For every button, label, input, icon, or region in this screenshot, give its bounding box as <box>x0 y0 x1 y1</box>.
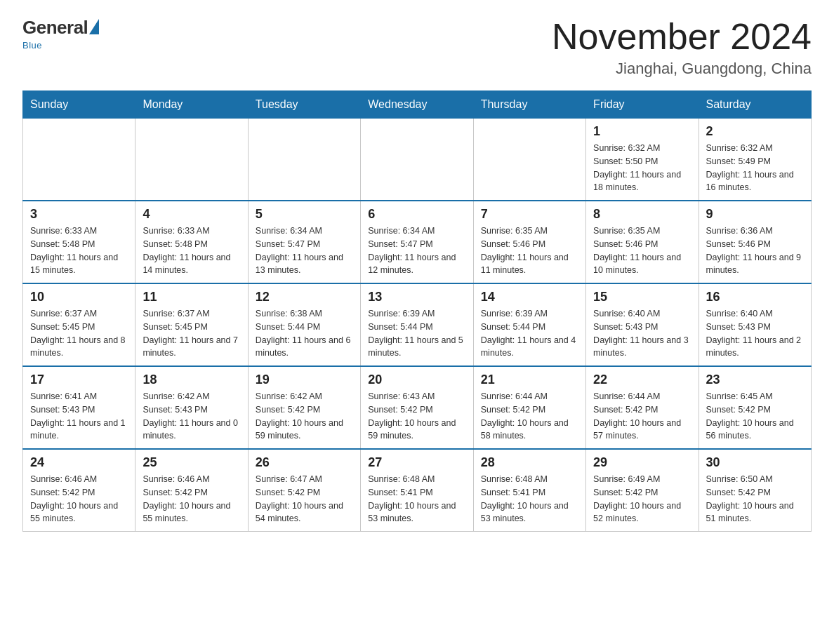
day-number: 27 <box>368 455 465 470</box>
day-info: Sunrise: 6:33 AMSunset: 5:48 PMDaylight:… <box>30 224 128 277</box>
calendar-cell <box>361 119 473 201</box>
header-thursday: Thursday <box>473 91 585 119</box>
day-number: 11 <box>143 290 240 304</box>
calendar-cell: 1Sunrise: 6:32 AMSunset: 5:50 PMDaylight… <box>586 119 699 201</box>
day-info: Sunrise: 6:39 AMSunset: 5:44 PMDaylight:… <box>368 307 465 360</box>
page-header: General Blue November 2024 Jianghai, Gua… <box>22 17 812 78</box>
header-wednesday: Wednesday <box>361 91 473 119</box>
day-number: 25 <box>143 455 240 470</box>
calendar-cell: 8Sunrise: 6:35 AMSunset: 5:46 PMDaylight… <box>586 201 699 283</box>
day-number: 28 <box>481 455 578 470</box>
day-info: Sunrise: 6:48 AMSunset: 5:41 PMDaylight:… <box>368 473 465 525</box>
day-number: 18 <box>143 373 240 387</box>
calendar-cell: 7Sunrise: 6:35 AMSunset: 5:46 PMDaylight… <box>473 201 585 283</box>
day-number: 5 <box>256 207 353 222</box>
day-number: 8 <box>593 207 691 222</box>
calendar-cell: 17Sunrise: 6:41 AMSunset: 5:43 PMDayligh… <box>23 366 135 449</box>
header-tuesday: Tuesday <box>248 91 360 119</box>
header-sunday: Sunday <box>23 91 135 119</box>
day-number: 20 <box>368 373 465 387</box>
calendar-cell <box>473 119 585 201</box>
header-saturday: Saturday <box>699 91 811 119</box>
calendar-cell: 2Sunrise: 6:32 AMSunset: 5:49 PMDaylight… <box>699 119 811 201</box>
logo-triangle-icon <box>89 19 99 34</box>
day-number: 16 <box>706 290 804 304</box>
calendar-week-row: 24Sunrise: 6:46 AMSunset: 5:42 PMDayligh… <box>23 449 812 532</box>
day-info: Sunrise: 6:40 AMSunset: 5:43 PMDaylight:… <box>593 307 691 360</box>
calendar-cell: 4Sunrise: 6:33 AMSunset: 5:48 PMDaylight… <box>135 201 248 283</box>
day-number: 14 <box>481 290 578 304</box>
calendar-cell: 10Sunrise: 6:37 AMSunset: 5:45 PMDayligh… <box>23 283 135 366</box>
day-number: 30 <box>706 455 804 470</box>
day-info: Sunrise: 6:44 AMSunset: 5:42 PMDaylight:… <box>481 390 578 443</box>
day-number: 26 <box>256 455 353 470</box>
day-info: Sunrise: 6:36 AMSunset: 5:46 PMDaylight:… <box>706 224 804 277</box>
calendar-cell: 26Sunrise: 6:47 AMSunset: 5:42 PMDayligh… <box>248 449 360 532</box>
calendar-cell: 29Sunrise: 6:49 AMSunset: 5:42 PMDayligh… <box>586 449 699 532</box>
calendar-cell: 3Sunrise: 6:33 AMSunset: 5:48 PMDaylight… <box>23 201 135 283</box>
day-number: 17 <box>30 373 128 387</box>
calendar-cell: 20Sunrise: 6:43 AMSunset: 5:42 PMDayligh… <box>361 366 473 449</box>
day-info: Sunrise: 6:41 AMSunset: 5:43 PMDaylight:… <box>30 390 128 443</box>
day-info: Sunrise: 6:32 AMSunset: 5:50 PMDaylight:… <box>593 142 691 194</box>
calendar-cell: 14Sunrise: 6:39 AMSunset: 5:44 PMDayligh… <box>473 283 585 366</box>
day-info: Sunrise: 6:38 AMSunset: 5:44 PMDaylight:… <box>256 307 353 360</box>
day-info: Sunrise: 6:35 AMSunset: 5:46 PMDaylight:… <box>481 224 578 277</box>
day-info: Sunrise: 6:32 AMSunset: 5:49 PMDaylight:… <box>706 142 804 194</box>
day-info: Sunrise: 6:46 AMSunset: 5:42 PMDaylight:… <box>30 473 128 525</box>
calendar-header-row: Sunday Monday Tuesday Wednesday Thursday… <box>23 91 812 119</box>
calendar-cell: 21Sunrise: 6:44 AMSunset: 5:42 PMDayligh… <box>473 366 585 449</box>
calendar-week-row: 10Sunrise: 6:37 AMSunset: 5:45 PMDayligh… <box>23 283 812 366</box>
title-block: November 2024 Jianghai, Guangdong, China <box>552 17 812 78</box>
calendar-cell: 28Sunrise: 6:48 AMSunset: 5:41 PMDayligh… <box>473 449 585 532</box>
day-number: 7 <box>481 207 578 222</box>
day-number: 21 <box>481 373 578 387</box>
day-info: Sunrise: 6:42 AMSunset: 5:43 PMDaylight:… <box>143 390 240 443</box>
day-info: Sunrise: 6:40 AMSunset: 5:43 PMDaylight:… <box>706 307 804 360</box>
day-info: Sunrise: 6:46 AMSunset: 5:42 PMDaylight:… <box>143 473 240 525</box>
day-info: Sunrise: 6:39 AMSunset: 5:44 PMDaylight:… <box>481 307 578 360</box>
day-number: 24 <box>30 455 128 470</box>
calendar-table: Sunday Monday Tuesday Wednesday Thursday… <box>22 90 812 532</box>
calendar-cell: 9Sunrise: 6:36 AMSunset: 5:46 PMDaylight… <box>699 201 811 283</box>
day-info: Sunrise: 6:43 AMSunset: 5:42 PMDaylight:… <box>368 390 465 443</box>
calendar-cell: 30Sunrise: 6:50 AMSunset: 5:42 PMDayligh… <box>699 449 811 532</box>
day-info: Sunrise: 6:47 AMSunset: 5:42 PMDaylight:… <box>256 473 353 525</box>
day-number: 2 <box>706 124 804 139</box>
calendar-cell: 12Sunrise: 6:38 AMSunset: 5:44 PMDayligh… <box>248 283 360 366</box>
calendar-week-row: 17Sunrise: 6:41 AMSunset: 5:43 PMDayligh… <box>23 366 812 449</box>
calendar-cell: 15Sunrise: 6:40 AMSunset: 5:43 PMDayligh… <box>586 283 699 366</box>
calendar-cell <box>135 119 248 201</box>
calendar-title: November 2024 <box>552 17 812 57</box>
calendar-cell: 22Sunrise: 6:44 AMSunset: 5:42 PMDayligh… <box>586 366 699 449</box>
calendar-week-row: 3Sunrise: 6:33 AMSunset: 5:48 PMDaylight… <box>23 201 812 283</box>
day-number: 10 <box>30 290 128 304</box>
calendar-cell: 5Sunrise: 6:34 AMSunset: 5:47 PMDaylight… <box>248 201 360 283</box>
day-number: 6 <box>368 207 465 222</box>
day-info: Sunrise: 6:33 AMSunset: 5:48 PMDaylight:… <box>143 224 240 277</box>
day-info: Sunrise: 6:44 AMSunset: 5:42 PMDaylight:… <box>593 390 691 443</box>
day-info: Sunrise: 6:34 AMSunset: 5:47 PMDaylight:… <box>368 224 465 277</box>
day-number: 13 <box>368 290 465 304</box>
calendar-cell: 27Sunrise: 6:48 AMSunset: 5:41 PMDayligh… <box>361 449 473 532</box>
calendar-location: Jianghai, Guangdong, China <box>552 60 812 78</box>
day-info: Sunrise: 6:45 AMSunset: 5:42 PMDaylight:… <box>706 390 804 443</box>
day-info: Sunrise: 6:42 AMSunset: 5:42 PMDaylight:… <box>256 390 353 443</box>
calendar-cell <box>23 119 135 201</box>
calendar-cell: 18Sunrise: 6:42 AMSunset: 5:43 PMDayligh… <box>135 366 248 449</box>
day-info: Sunrise: 6:34 AMSunset: 5:47 PMDaylight:… <box>256 224 353 277</box>
calendar-cell: 24Sunrise: 6:46 AMSunset: 5:42 PMDayligh… <box>23 449 135 532</box>
day-info: Sunrise: 6:35 AMSunset: 5:46 PMDaylight:… <box>593 224 691 277</box>
day-number: 19 <box>256 373 353 387</box>
day-number: 23 <box>706 373 804 387</box>
day-info: Sunrise: 6:50 AMSunset: 5:42 PMDaylight:… <box>706 473 804 525</box>
calendar-cell: 11Sunrise: 6:37 AMSunset: 5:45 PMDayligh… <box>135 283 248 366</box>
day-number: 1 <box>593 124 691 139</box>
header-friday: Friday <box>586 91 699 119</box>
header-monday: Monday <box>135 91 248 119</box>
logo: General Blue <box>22 17 100 51</box>
day-info: Sunrise: 6:48 AMSunset: 5:41 PMDaylight:… <box>481 473 578 525</box>
day-number: 12 <box>256 290 353 304</box>
calendar-cell: 16Sunrise: 6:40 AMSunset: 5:43 PMDayligh… <box>699 283 811 366</box>
logo-tagline: Blue <box>22 40 42 51</box>
